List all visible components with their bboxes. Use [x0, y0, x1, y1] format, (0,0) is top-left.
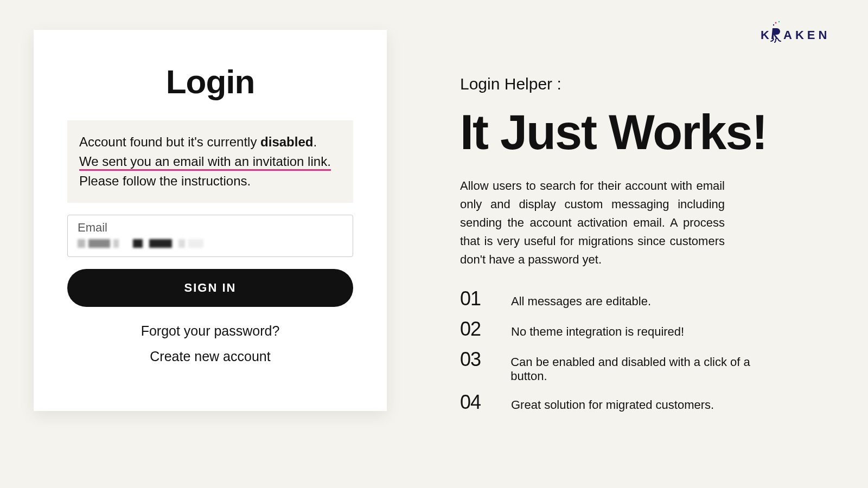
notice-line1-post: . [313, 134, 317, 149]
feature-num: 04 [460, 391, 487, 414]
list-item: 03 Can be enabled and disabled with a cl… [460, 348, 786, 383]
notice-line1-bold: disabled [260, 134, 313, 149]
marketing-subtitle: Login Helper : [460, 75, 786, 93]
brand-logo: K AKEN [761, 21, 837, 46]
email-field[interactable]: Email [67, 215, 353, 257]
list-item: 01 All messages are editable. [460, 287, 786, 310]
signin-button[interactable]: SIGN IN [67, 269, 353, 307]
feature-text: No theme integration is required! [511, 325, 684, 339]
svg-point-0 [775, 22, 777, 24]
feature-list: 01 All messages are editable. 02 No them… [460, 287, 786, 414]
feature-text: Can be enabled and disabled with a click… [510, 355, 786, 383]
feature-num: 02 [460, 318, 487, 341]
feature-text: All messages are editable. [511, 294, 651, 309]
feature-num: 03 [460, 348, 487, 371]
list-item: 02 No theme integration is required! [460, 318, 786, 341]
notice-line3: Please follow the instructions. [79, 174, 251, 188]
feature-text: Great solution for migrated customers. [511, 398, 714, 412]
svg-text:K: K [761, 28, 773, 42]
svg-point-1 [778, 21, 780, 22]
svg-text:AKEN: AKEN [783, 28, 830, 42]
feature-num: 01 [460, 287, 487, 310]
email-field-label: Email [78, 221, 343, 235]
notice-line1-pre: Account found but it's currently [79, 134, 260, 149]
kraken-logo-icon: K AKEN [761, 21, 837, 46]
login-notice: Account found but it's currently disable… [67, 120, 353, 203]
marketing-panel: Login Helper : It Just Works! Allow user… [460, 75, 786, 421]
marketing-headline: It Just Works! [460, 103, 786, 162]
login-card: Login Account found but it's currently d… [34, 30, 387, 411]
marketing-description: Allow users to search for their account … [460, 177, 725, 269]
svg-point-2 [773, 24, 774, 25]
create-account-link[interactable]: Create new account [67, 349, 353, 364]
login-title: Login [67, 62, 353, 101]
email-field-value-redacted [78, 238, 343, 249]
forgot-password-link[interactable]: Forgot your password? [67, 323, 353, 339]
list-item: 04 Great solution for migrated customers… [460, 391, 786, 414]
notice-line2: We sent you an email with an invitation … [79, 154, 331, 171]
